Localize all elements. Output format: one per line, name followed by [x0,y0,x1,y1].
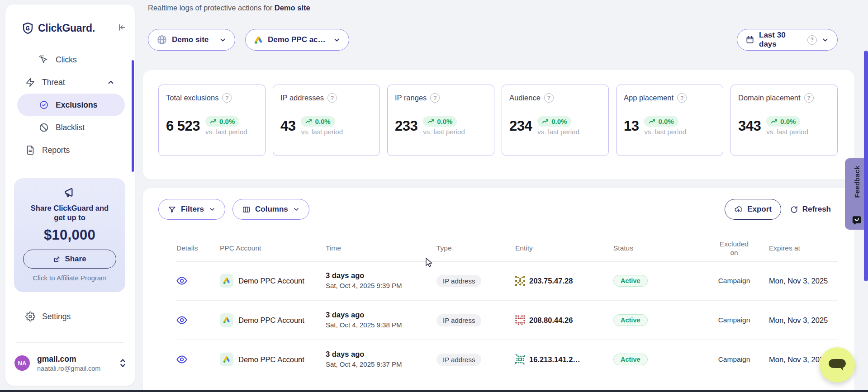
details-eye-icon[interactable] [176,275,187,286]
export-button[interactable]: Export [725,199,781,220]
table-row[interactable]: Demo PPC Account 3 days ago Sat, Oct 4, … [176,301,838,340]
trending-up-icon [427,119,434,124]
sidebar-item-exclusions[interactable]: Exclusions [17,94,125,116]
refresh-button[interactable]: Refresh [790,199,831,220]
funnel-icon [168,205,176,214]
ppc-account-selector[interactable]: Demo PPC ac… [245,29,349,51]
sidebar-divider [16,342,124,343]
sidebar-item-reports[interactable]: Reports [5,139,135,161]
sidebar-scrollbar[interactable] [132,60,134,172]
trending-up-icon [649,119,655,124]
trending-up-icon [542,119,549,124]
status-badge: Active [613,275,648,287]
stats-card: Total exclusions 6 523 0.0% vs. last per… [143,70,854,179]
column-header-type[interactable]: Type [436,244,515,252]
mouse-cursor [425,258,435,269]
table-row[interactable]: Demo PPC Account 3 days ago Sat, Oct 4, … [176,261,838,301]
trending-up-icon [305,119,312,124]
details-eye-icon[interactable] [176,354,187,365]
collapse-sidebar-icon[interactable] [117,23,127,32]
time-full: Sat, Oct 4, 2025 9:39 PM [326,282,436,289]
entity-value: 208.80.44.26 [529,316,573,325]
question-circle-icon[interactable] [677,93,687,103]
account-switcher[interactable]: NA gmail.com naatali.ro@gmail.com [14,350,127,376]
stat-value: 6 523 [166,118,200,134]
google-ads-icon [254,35,263,45]
badge-check-icon [39,100,49,110]
date-range-value: Last 30 days [759,31,803,49]
status-badge: Active [613,314,648,326]
column-header-expires-at[interactable]: Expires at [769,244,838,252]
affiliate-promo-card[interactable]: Share ClickGuard and get up to $10,000 S… [14,178,125,292]
stat-label: Domain placement [738,94,801,102]
trending-up-icon [210,119,217,124]
share-button-label: Share [65,255,86,264]
sidebar-item-blacklist[interactable]: Blacklist [5,116,135,139]
page-scrollbar[interactable] [864,51,868,281]
question-circle-icon[interactable] [327,93,337,103]
trend-badge: 0.0% [766,116,800,127]
megaphone-icon [62,185,77,200]
bottom-edge-bar [0,390,868,392]
column-header-details[interactable]: Details [176,244,220,252]
calendar-icon [745,35,754,44]
sidebar-item-label: Settings [42,312,71,321]
question-circle-icon[interactable] [804,93,814,103]
promo-text-line1: Share ClickGuard and [14,203,125,213]
sidebar-item-threat[interactable]: Threat [5,71,135,94]
page-subtitle-site: Demo site [275,4,310,12]
trend-value: 0.0% [551,118,567,125]
stat-label: Audience [509,94,541,102]
question-circle-icon[interactable] [222,93,232,103]
question-circle-icon[interactable] [430,93,440,103]
trend-value: 0.0% [315,118,330,125]
stat-label: IP ranges [395,94,427,102]
sidebar: ClickGuard. Clicks Threat [5,5,135,386]
time-relative: 3 days ago [326,311,436,319]
details-eye-icon[interactable] [176,315,187,326]
page-subtitle-prefix: Realtime logs of protective actions for [148,4,272,12]
table-row[interactable]: Demo PPC Account 3 days ago Sat, Oct 4, … [176,340,838,379]
ban-icon [39,123,49,132]
clickguard-shield-icon [22,22,34,35]
stat-audience: Audience 234 0.0% vs. last period [502,85,609,156]
stat-value: 343 [738,118,761,134]
sidebar-menu: Clicks Threat Exclusions [5,48,135,161]
filters-button-label: Filters [181,205,204,214]
refresh-button-label: Refresh [802,205,831,214]
stat-value: 233 [395,118,417,134]
globe-icon [157,34,167,45]
chevron-up-icon[interactable] [107,78,115,86]
status-badge: Active [613,354,648,365]
column-header-time[interactable]: Time [326,244,436,252]
sidebar-item-settings[interactable]: Settings [5,305,135,328]
question-circle-icon [807,35,817,45]
column-header-entity[interactable]: Entity [515,244,613,252]
feedback-tab-label: Feedback [853,165,860,198]
columns-button-label: Columns [255,205,288,214]
question-circle-icon[interactable] [544,93,554,103]
column-header-ppc-account[interactable]: PPC Account [220,244,326,252]
sidebar-item-label: Threat [42,78,65,87]
share-button[interactable]: Share [23,250,116,269]
ppc-account-name: Demo PPC Account [238,277,304,285]
column-header-excluded-on[interactable]: Excluded on [716,240,752,257]
stat-caption: vs. last period [423,128,465,136]
date-range-selector[interactable]: Last 30 days [737,29,838,51]
columns-button[interactable]: Columns [232,199,309,220]
expires-at-value: Mon, Nov 3, 2025 [769,277,838,285]
stat-app-placement: App placement 13 0.0% vs. last period [616,85,723,156]
column-header-status[interactable]: Status [613,244,699,252]
type-badge: IP address [436,275,481,287]
sidebar-item-clicks[interactable]: Clicks [5,48,135,71]
stat-value: 43 [280,118,295,134]
filters-button[interactable]: Filters [158,199,225,220]
stat-value: 13 [624,118,639,134]
chat-launcher-button[interactable] [820,347,855,383]
trending-up-icon [771,119,778,124]
sidebar-item-label: Clicks [56,55,77,65]
time-full: Sat, Oct 4, 2025 9:37 PM [326,360,436,368]
account-email: naatali.ro@gmail.com [37,365,100,372]
google-ads-icon [220,353,233,366]
site-selector[interactable]: Demo site [148,29,235,51]
